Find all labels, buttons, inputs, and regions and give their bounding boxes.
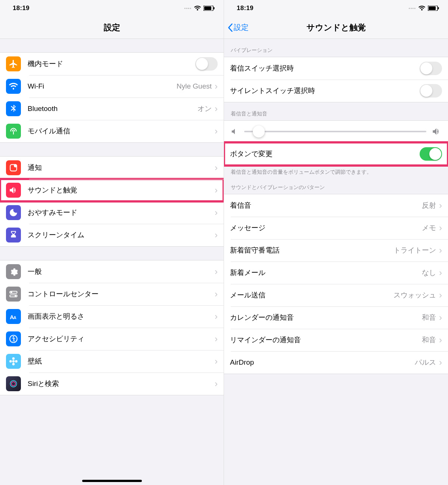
chevron-icon: › (215, 266, 218, 277)
volume-low-icon (231, 127, 239, 136)
volume-high-icon (432, 127, 441, 136)
header-pattern: サウンドとバイブレーションのパターン (224, 176, 448, 194)
row-change-with-buttons[interactable]: ボタンで変更 (224, 143, 448, 165)
chevron-icon: › (215, 104, 218, 114)
row-value: 反射 (422, 201, 436, 210)
row-label: おやすみモード (28, 208, 215, 217)
row-screentime[interactable]: スクリーンタイム › (0, 224, 224, 246)
svg-point-15 (12, 363, 15, 365)
row-label: 一般 (28, 267, 215, 277)
chevron-icon: › (215, 311, 218, 322)
chevron-icon: › (439, 335, 442, 345)
row-label: AirDrop (230, 358, 415, 367)
sounds-haptics-detail: 18:19 •••• 設定 サウンドと触覚 バイブレーション 着信スイッチ選択時… (224, 0, 448, 485)
row-new-mail[interactable]: 新着メール なし › (224, 262, 448, 284)
row-control-center[interactable]: コントロールセンター › (0, 283, 224, 305)
row-label: ボタンで変更 (230, 149, 420, 159)
more-dots-icon: •••• (409, 6, 416, 10)
row-value: メモ (422, 223, 436, 233)
row-voicemail[interactable]: 新着留守番電話 トライトーン › (224, 239, 448, 262)
svg-point-4 (14, 164, 17, 167)
bluetooth-icon (6, 101, 21, 116)
row-label: 壁紙 (28, 356, 215, 366)
row-sounds-haptics[interactable]: サウンドと触覚 › (0, 179, 224, 201)
chevron-icon: › (215, 81, 218, 92)
row-wifi[interactable]: Wi-Fi Nyle Guest › (0, 75, 224, 98)
row-sent-mail[interactable]: メール送信 スウォッシュ › (224, 284, 448, 306)
group-button-change: ボタンで変更 (224, 142, 448, 166)
chevron-icon: › (215, 163, 218, 173)
button-change-toggle[interactable] (420, 147, 442, 161)
row-value: 和音 (422, 313, 436, 322)
svg-point-13 (12, 360, 15, 363)
row-label: アクセシビリティ (28, 334, 215, 344)
vibrate-ring-toggle[interactable] (420, 62, 442, 75)
wifi-icon (418, 5, 426, 11)
chevron-icon: › (215, 230, 218, 240)
row-value: オン (197, 104, 212, 114)
flower-icon (6, 354, 21, 369)
row-label: カレンダーの通知音 (230, 313, 422, 322)
row-notifications[interactable]: 通知 › (0, 157, 224, 179)
siri-icon (6, 376, 21, 391)
chevron-icon: › (215, 289, 218, 299)
chevron-icon: › (215, 356, 218, 367)
slider-thumb[interactable] (253, 126, 265, 138)
row-reminder-alert[interactable]: リマインダーの通知音 和音 › (224, 329, 448, 351)
row-cellular[interactable]: モバイル通信 › (0, 120, 224, 142)
chevron-icon: › (439, 200, 442, 211)
row-airplane-mode[interactable]: 機内モード (0, 53, 224, 75)
row-display[interactable]: AA 画面表示と明るさ › (0, 305, 224, 328)
row-general[interactable]: 一般 › (0, 260, 224, 283)
header-vibration: バイブレーション (224, 39, 448, 57)
row-label: リマインダーの通知音 (230, 335, 422, 345)
wifi-icon (194, 5, 201, 11)
row-vibrate-silent[interactable]: サイレントスイッチ選択時 (224, 80, 448, 102)
volume-slider-row (224, 120, 448, 142)
row-vibrate-ring[interactable]: 着信スイッチ選択時 (224, 57, 448, 80)
back-button[interactable]: 設定 (228, 22, 249, 33)
airplane-toggle[interactable] (195, 57, 218, 71)
battery-icon (428, 6, 439, 11)
row-dnd[interactable]: おやすみモード › (0, 201, 224, 224)
row-accessibility[interactable]: アクセシビリティ › (0, 328, 224, 350)
row-label: 画面表示と明るさ (28, 312, 215, 321)
settings-main: 18:19 •••• 設定 機内モード Wi-Fi Nyle Guest › (0, 0, 224, 485)
row-calendar-alert[interactable]: カレンダーの通知音 和音 › (224, 306, 448, 329)
settings-scroll[interactable]: 機内モード Wi-Fi Nyle Guest › Bluetooth オン › … (0, 39, 224, 485)
row-text-tone[interactable]: メッセージ メモ › (224, 217, 448, 239)
row-label: 機内モード (28, 59, 195, 69)
status-time: 18:19 (13, 4, 29, 12)
group-sound-patterns: 着信音 反射 › メッセージ メモ › 新着留守番電話 トライトーン › 新着メ… (224, 194, 448, 374)
row-wallpaper[interactable]: 壁紙 › (0, 350, 224, 373)
home-indicator[interactable] (82, 480, 142, 482)
wifi-icon (6, 79, 21, 94)
chevron-icon: › (215, 379, 218, 389)
svg-text:A: A (13, 315, 16, 320)
chevron-icon: › (439, 245, 442, 256)
back-label: 設定 (234, 22, 249, 33)
row-label: Wi-Fi (28, 82, 177, 90)
svg-point-6 (10, 291, 12, 293)
vibrate-silent-toggle[interactable] (420, 84, 442, 98)
navbar-sounds: 設定 サウンドと触覚 (224, 16, 448, 39)
status-bar: 18:19 •••• (224, 0, 448, 16)
row-ringtone[interactable]: 着信音 反射 › (224, 194, 448, 217)
volume-slider[interactable] (244, 131, 426, 132)
row-label: Siriと検索 (28, 379, 215, 389)
status-icons: •••• (409, 5, 439, 11)
row-siri[interactable]: Siriと検索 › (0, 373, 224, 395)
svg-point-14 (12, 357, 15, 360)
group-general: 一般 › コントロールセンター › AA 画面表示と明るさ › アクセシビリティ… (0, 260, 224, 395)
svg-point-12 (13, 336, 14, 338)
row-airdrop[interactable]: AirDrop パルス › (224, 351, 448, 374)
row-label: スクリーンタイム (28, 230, 215, 240)
row-label: サウンドと触覚 (28, 185, 215, 195)
chevron-icon: › (215, 207, 218, 218)
svg-rect-2 (214, 7, 215, 9)
row-value: なし (422, 268, 436, 278)
row-bluetooth[interactable]: Bluetooth オン › (0, 98, 224, 120)
group-alerts: 通知 › サウンドと触覚 › おやすみモード › スクリーンタイム › (0, 156, 224, 247)
chevron-icon: › (215, 185, 218, 195)
sounds-scroll[interactable]: バイブレーション 着信スイッチ選択時 サイレントスイッチ選択時 着信音と通知音 … (224, 39, 448, 485)
